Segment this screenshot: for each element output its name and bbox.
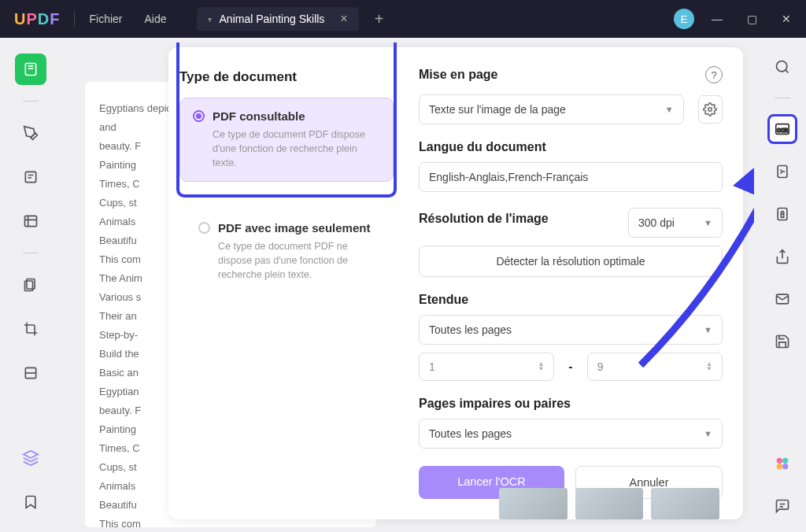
chevron-down-icon: ▼ (704, 218, 712, 227)
close-window-icon[interactable]: ✕ (775, 13, 798, 25)
bookmark-icon[interactable] (15, 486, 46, 518)
annotate-tool-icon[interactable] (15, 117, 46, 149)
layout-heading: Mise en page (419, 68, 497, 82)
crop-tool-icon[interactable] (15, 313, 46, 345)
svg-rect-2 (25, 216, 37, 226)
option-image-only-pdf[interactable]: PDF avec image seulement Ce type de docu… (186, 210, 397, 293)
share-icon[interactable] (767, 242, 797, 272)
radio-unselected-icon (198, 222, 210, 234)
reader-tool-icon[interactable] (15, 54, 46, 85)
radio-selected-icon (193, 110, 205, 122)
svg-point-7 (777, 61, 787, 72)
language-dropdown[interactable]: English-Anglais,French-Français (419, 162, 723, 192)
resolution-dropdown[interactable]: 300 dpi▼ (628, 208, 723, 238)
range-dropdown[interactable]: Toutes les pages▼ (419, 315, 723, 345)
right-toolbar: OCR (759, 38, 806, 532)
option-searchable-pdf[interactable]: PDF consultable Ce type de document PDF … (179, 98, 394, 182)
document-tab[interactable]: ▾ Animal Painting Skills × (197, 7, 359, 31)
chevron-down-icon: ▼ (665, 105, 674, 114)
ocr-tool-icon[interactable]: OCR (767, 114, 797, 144)
search-icon[interactable] (767, 52, 797, 82)
oddeven-heading: Pages impaires ou paires (419, 397, 723, 411)
svg-point-14 (777, 458, 782, 464)
convert-icon[interactable] (767, 157, 797, 187)
chevron-down-icon: ▼ (704, 325, 712, 334)
chevron-down-icon: ▼ (704, 429, 712, 438)
svg-rect-12 (781, 214, 783, 217)
edit-tool-icon[interactable] (15, 161, 46, 193)
range-from-input[interactable]: 1▲▼ (419, 353, 554, 381)
language-heading: Langue du document (419, 140, 723, 154)
resolution-heading: Résolution de l'image (419, 212, 620, 226)
range-heading: Etendue (419, 293, 723, 307)
svg-point-15 (782, 458, 788, 464)
save-icon[interactable] (767, 327, 797, 357)
menu-file[interactable]: Fichier (89, 13, 122, 25)
left-toolbar (0, 38, 61, 532)
minimize-icon[interactable]: — (705, 13, 729, 25)
menu-help[interactable]: Aide (144, 13, 166, 25)
image-thumbnails (499, 488, 719, 519)
layers-icon[interactable] (15, 442, 46, 474)
comment-icon[interactable] (767, 491, 797, 521)
highlight-doctype: Type de document PDF consultable Ce type… (176, 42, 397, 198)
doctype-heading: Type de document (179, 69, 394, 85)
svg-point-16 (777, 464, 782, 469)
redact-tool-icon[interactable] (15, 357, 46, 389)
maximize-icon[interactable]: ▢ (740, 13, 763, 25)
titlebar: UPDF Fichier Aide ▾ Animal Painting Skil… (0, 0, 806, 38)
oddeven-dropdown[interactable]: Toutes les pages▼ (419, 419, 723, 449)
pages-tool-icon[interactable] (15, 269, 46, 301)
help-icon[interactable]: ? (705, 66, 723, 83)
range-to-input[interactable]: 9▲▼ (587, 353, 723, 381)
detect-resolution-button[interactable]: Détecter la résolution optimale (419, 246, 723, 277)
ocr-panel: Type de document PDF consultable Ce type… (168, 47, 743, 519)
user-avatar[interactable]: E (674, 9, 694, 29)
email-icon[interactable] (767, 284, 797, 314)
svg-text:OCR: OCR (777, 127, 789, 133)
close-tab-icon[interactable]: × (340, 12, 347, 26)
layout-dropdown[interactable]: Texte sur l'image de la page▼ (419, 94, 684, 124)
app-logo: UPDF (14, 10, 60, 28)
add-tab-icon[interactable]: + (375, 10, 384, 28)
chevron-down-icon[interactable]: ▾ (208, 15, 212, 24)
ai-icon[interactable] (767, 449, 797, 478)
protect-icon[interactable] (767, 199, 797, 229)
settings-gear-icon[interactable] (698, 95, 723, 124)
content-area: Egyptians depicted cats on murals, symbo… (66, 42, 754, 527)
svg-point-17 (782, 464, 788, 469)
organize-tool-icon[interactable] (15, 205, 46, 237)
svg-point-6 (708, 108, 712, 112)
tab-title: Animal Painting Skills (220, 13, 325, 25)
